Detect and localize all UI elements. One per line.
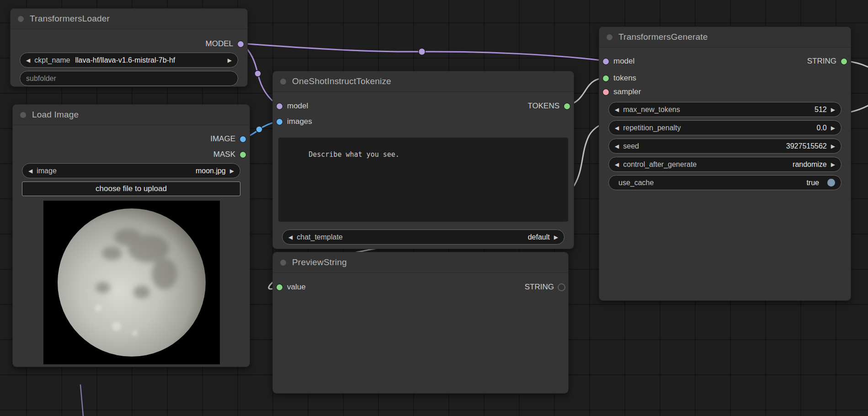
output-dot-image[interactable] <box>240 136 246 142</box>
widget-chat-template[interactable]: ◀ chat_template default ▶ <box>282 229 564 245</box>
widget-value: llava-hf/llava-v1.6-mistral-7b-hf <box>75 56 176 64</box>
increment-icon[interactable]: ▶ <box>831 107 835 112</box>
output-dot-string[interactable] <box>841 59 847 64</box>
increment-icon[interactable]: ▶ <box>831 125 835 131</box>
output-slot-string: STRING <box>525 279 564 295</box>
node-title-bar[interactable]: TransformersGenerate <box>599 27 851 48</box>
upload-file-button[interactable]: choose file to upload <box>22 181 240 196</box>
widget-name: control_after_generate <box>623 160 697 169</box>
image-preview <box>43 201 220 364</box>
output-slot-mask: MASK <box>213 147 246 162</box>
widget-max-new-tokens[interactable]: ◀ max_new_tokens 512 ▶ <box>608 102 841 117</box>
output-slot-string: STRING <box>807 53 847 69</box>
widget-name: repetition_penalty <box>623 124 681 132</box>
prompt-textarea[interactable]: Describe what you see. <box>278 138 568 222</box>
widget-ckpt-name[interactable]: ◀ ckpt_name llava-hf/llava-v1.6-mistral-… <box>20 53 238 68</box>
slot-label-tokens: TOKENS <box>527 101 559 111</box>
node-title: TransformersLoader <box>30 14 110 24</box>
node-title-bar[interactable]: PreviewString <box>273 252 568 273</box>
node-title: Load Image <box>32 110 79 120</box>
graph-canvas[interactable]: TransformersLoader MODEL ◀ ckpt_name lla… <box>0 0 868 416</box>
output-dot-string[interactable] <box>559 284 564 290</box>
slot-label-model: model <box>613 57 634 66</box>
node-title-bar[interactable]: TransformersLoader <box>11 9 247 29</box>
input-slot-images: images <box>277 114 312 129</box>
link-dot-image-tokenize <box>256 126 262 133</box>
slot-label-images: images <box>287 117 312 126</box>
collapse-dot[interactable] <box>280 260 286 266</box>
combo-prev-icon[interactable]: ◀ <box>615 162 619 167</box>
node-title: OneShotInstructTokenize <box>292 76 391 86</box>
widget-name: ckpt_name <box>34 56 70 64</box>
decrement-icon[interactable]: ◀ <box>615 107 619 112</box>
slot-label-string: STRING <box>525 283 554 292</box>
slot-label-value: value <box>287 283 306 292</box>
widget-subfolder[interactable]: subfolder <box>20 71 238 86</box>
widget-value: true <box>806 179 819 187</box>
node-preview-string[interactable]: PreviewString value STRING <box>272 252 569 394</box>
input-dot-model[interactable] <box>603 59 609 64</box>
widget-name: max_new_tokens <box>623 106 680 114</box>
node-one-shot-instruct-tokenize[interactable]: OneShotInstructTokenize model images TOK… <box>272 71 574 249</box>
widget-value: 3927515562 <box>786 142 827 150</box>
toggle-indicator-icon[interactable] <box>827 179 835 187</box>
input-slot-model: model <box>603 53 634 69</box>
widget-use-cache-toggle[interactable]: use_cache true <box>608 175 841 190</box>
wire-stray-bottom-left <box>80 385 83 416</box>
slot-label-model: MODEL <box>206 39 233 48</box>
decrement-icon[interactable]: ◀ <box>615 125 619 131</box>
widget-image-file[interactable]: ◀ image moon.jpg ▶ <box>22 163 240 178</box>
slot-label-string: STRING <box>807 57 836 66</box>
node-title-bar[interactable]: Load Image <box>13 105 250 125</box>
input-dot-model[interactable] <box>277 103 282 109</box>
link-dot-model-generate <box>419 48 426 55</box>
input-dot-value[interactable] <box>277 284 282 290</box>
node-title-bar[interactable]: OneShotInstructTokenize <box>273 71 574 92</box>
widget-value: randomize <box>793 160 827 169</box>
widget-seed[interactable]: ◀ seed 3927515562 ▶ <box>608 139 841 154</box>
collapse-dot[interactable] <box>18 16 24 22</box>
output-slot-image: IMAGE <box>210 131 246 147</box>
output-dot-tokens[interactable] <box>564 103 570 109</box>
widget-control-after-generate[interactable]: ◀ control_after_generate randomize ▶ <box>608 157 841 172</box>
combo-prev-icon[interactable]: ◀ <box>28 168 32 174</box>
decrement-icon[interactable]: ◀ <box>615 144 619 149</box>
widget-repetition-penalty[interactable]: ◀ repetition_penalty 0.0 ▶ <box>608 120 841 135</box>
upload-file-button-label: choose file to upload <box>96 184 167 193</box>
input-slot-model: model <box>277 98 308 114</box>
slot-label-mask: MASK <box>213 150 235 159</box>
moon-image <box>43 201 220 364</box>
combo-prev-icon[interactable]: ◀ <box>288 235 293 240</box>
input-dot-images[interactable] <box>277 119 282 125</box>
widget-name: image <box>37 167 57 175</box>
output-slot-tokens: TOKENS <box>527 98 570 114</box>
link-dot-model-tokenize <box>255 70 261 77</box>
input-slot-tokens: tokens <box>603 70 636 86</box>
input-slot-sampler: sampler <box>603 84 641 100</box>
combo-next-icon[interactable]: ▶ <box>230 168 234 174</box>
prompt-text: Describe what you see. <box>309 150 399 159</box>
node-transformers-loader[interactable]: TransformersLoader MODEL ◀ ckpt_name lla… <box>10 8 248 87</box>
collapse-dot[interactable] <box>20 112 26 118</box>
widget-value: 0.0 <box>817 124 827 132</box>
node-title: TransformersGenerate <box>618 32 708 42</box>
output-dot-mask[interactable] <box>240 152 246 158</box>
node-transformers-generate[interactable]: TransformersGenerate model STRING tokens… <box>599 27 851 301</box>
increment-icon[interactable]: ▶ <box>831 144 835 149</box>
input-dot-tokens[interactable] <box>603 75 609 81</box>
combo-next-icon[interactable]: ▶ <box>831 162 835 167</box>
output-dot-model[interactable] <box>238 41 244 47</box>
node-load-image[interactable]: Load Image IMAGE MASK ◀ image moon.jpg ▶… <box>12 104 250 367</box>
combo-next-icon[interactable]: ▶ <box>228 58 232 63</box>
combo-next-icon[interactable]: ▶ <box>554 235 558 240</box>
collapse-dot[interactable] <box>280 79 286 85</box>
widget-name: seed <box>623 142 639 150</box>
output-slot-model: MODEL <box>206 36 244 52</box>
collapse-dot[interactable] <box>607 34 612 40</box>
widget-value: moon.jpg <box>196 167 226 175</box>
widget-name: subfolder <box>26 75 56 83</box>
widget-value: 512 <box>815 106 827 114</box>
input-dot-sampler[interactable] <box>603 89 609 95</box>
combo-prev-icon[interactable]: ◀ <box>26 58 30 63</box>
input-slot-value: value <box>277 279 306 295</box>
